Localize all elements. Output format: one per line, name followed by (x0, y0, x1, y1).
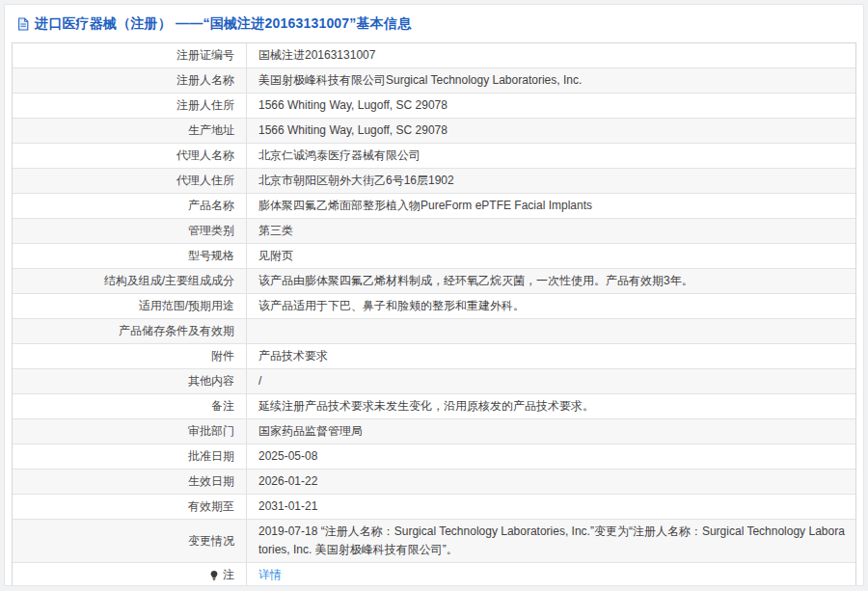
table-row: 注册人住所1566 Whiting Way, Lugoff, SC 29078 (13, 94, 855, 119)
row-label-text: 备注 (211, 398, 234, 415)
row-label: 代理人住所 (13, 169, 247, 193)
bulb-icon (208, 570, 220, 581)
info-table: 注册证编号国械注进20163131007注册人名称美国射极峰科技有限公司Surg… (12, 42, 856, 586)
row-label: 注册人住所 (13, 94, 247, 118)
table-row: 批准日期2025-05-08 (13, 444, 855, 470)
row-label-text: 产品储存条件及有效期 (119, 323, 234, 339)
row-label: 产品名称 (13, 194, 247, 218)
document-icon (16, 17, 30, 31)
row-label-text: 结构及组成/主要组成成分 (104, 273, 234, 289)
row-value: 1566 Whiting Way, Lugoff, SC 29078 (247, 94, 855, 118)
row-label-text: 注册人住所 (176, 97, 234, 114)
row-label: 适用范围/预期用途 (13, 294, 247, 318)
table-row: 注详情 (13, 563, 855, 586)
row-label: 代理人名称 (13, 144, 247, 168)
row-label-text: 批准日期 (188, 448, 234, 465)
table-row: 管理类别第三类 (13, 219, 855, 244)
row-label-text: 变更情况 (188, 533, 234, 550)
row-label-text: 生产地址 (188, 122, 234, 139)
row-value: 详情 (247, 563, 855, 586)
page-header: 进口医疗器械（注册） ——“国械注进20163131007”基本信息 (5, 5, 863, 42)
row-value (247, 319, 855, 343)
row-value: / (247, 369, 855, 393)
table-row: 有效期至2031-01-21 (13, 495, 855, 520)
table-row: 注册证编号国械注进20163131007 (13, 43, 855, 68)
table-row: 变更情况2019-07-18 “注册人名称：Surgical Technolog… (13, 520, 855, 563)
row-label-text: 适用范围/预期用途 (139, 298, 234, 314)
row-label-text: 型号规格 (188, 248, 234, 264)
row-label: 产品储存条件及有效期 (13, 319, 247, 343)
row-label-text: 注册人名称 (176, 72, 234, 89)
row-label-text: 注 (223, 567, 234, 583)
row-label: 结构及组成/主要组成成分 (13, 269, 247, 293)
row-label-text: 管理类别 (188, 223, 234, 239)
row-label: 变更情况 (13, 520, 247, 562)
row-label-text: 代理人名称 (176, 148, 234, 164)
row-label: 备注 (13, 394, 247, 418)
table-row: 附件产品技术要求 (13, 344, 855, 369)
page-title: 进口医疗器械（注册） ——“国械注进20163131007”基本信息 (35, 15, 411, 33)
row-value: 2031-01-21 (247, 495, 855, 519)
row-label: 有效期至 (13, 495, 247, 519)
table-row: 产品名称膨体聚四氟乙烯面部整形植入物PureForm ePTFE Facial … (13, 194, 855, 219)
row-label: 生效日期 (13, 470, 247, 494)
row-value: 2026-01-22 (247, 470, 855, 494)
table-row: 产品储存条件及有效期 (13, 319, 855, 344)
row-value: 该产品由膨体聚四氟乙烯材料制成，经环氧乙烷灭菌，一次性使用。产品有效期3年。 (247, 269, 855, 293)
row-label: 生产地址 (13, 119, 247, 143)
row-value: 第三类 (247, 219, 855, 243)
row-value: 北京仁诚鸿泰医疗器械有限公司 (247, 144, 855, 168)
row-value: 1566 Whiting Way, Lugoff, SC 29078 (247, 119, 855, 143)
row-label: 审批部门 (13, 419, 247, 443)
row-label-text: 有效期至 (188, 498, 234, 515)
row-label-text: 产品名称 (188, 198, 234, 214)
row-value: 国家药品监督管理局 (247, 419, 855, 443)
row-value: 北京市朝阳区朝外大街乙6号16层1902 (247, 169, 855, 193)
table-row: 代理人住所北京市朝阳区朝外大街乙6号16层1902 (13, 169, 855, 194)
table-row: 代理人名称北京仁诚鸿泰医疗器械有限公司 (13, 144, 855, 169)
table-row: 审批部门国家药品监督管理局 (13, 419, 855, 444)
table-row: 注册人名称美国射极峰科技有限公司Surgical Technology Labo… (13, 68, 855, 94)
table-row: 型号规格见附页 (13, 244, 855, 269)
row-value: 2019-07-18 “注册人名称：Surgical Technology La… (247, 520, 855, 562)
row-label-text: 注册证编号 (176, 47, 234, 64)
table-row: 适用范围/预期用途该产品适用于下巴、鼻子和脸颊的整形和重建外科。 (13, 294, 855, 319)
row-label: 其他内容 (13, 369, 247, 393)
row-label: 注册人名称 (13, 68, 247, 93)
registration-info-panel: 进口医疗器械（注册） ——“国械注进20163131007”基本信息 注册证编号… (4, 4, 864, 586)
row-label-text: 附件 (211, 348, 234, 364)
table-row: 备注延续注册产品技术要求未发生变化，沿用原核发的产品技术要求。 (13, 394, 855, 419)
row-value: 美国射极峰科技有限公司Surgical Technology Laborator… (247, 68, 855, 93)
row-label: 注 (13, 563, 247, 586)
details-link[interactable]: 详情 (258, 566, 282, 584)
table-row: 生效日期2026-01-22 (13, 470, 855, 495)
row-value: 产品技术要求 (247, 344, 855, 368)
row-value: 膨体聚四氟乙烯面部整形植入物PureForm ePTFE Facial Impl… (247, 194, 855, 218)
table-row: 其他内容/ (13, 369, 855, 394)
row-label-text: 代理人住所 (176, 173, 234, 189)
row-value: 该产品适用于下巴、鼻子和脸颊的整形和重建外科。 (247, 294, 855, 318)
row-label: 附件 (13, 344, 247, 368)
row-value: 见附页 (247, 244, 855, 268)
row-value: 延续注册产品技术要求未发生变化，沿用原核发的产品技术要求。 (247, 394, 855, 418)
table-row: 生产地址1566 Whiting Way, Lugoff, SC 29078 (13, 119, 855, 144)
row-label-text: 审批部门 (188, 423, 234, 440)
row-label: 管理类别 (13, 219, 247, 243)
row-label-text: 其他内容 (188, 373, 234, 390)
row-value: 2025-05-08 (247, 444, 855, 469)
row-label: 注册证编号 (13, 43, 247, 67)
row-label: 型号规格 (13, 244, 247, 268)
row-value: 国械注进20163131007 (247, 43, 855, 67)
row-label: 批准日期 (13, 444, 247, 469)
table-row: 结构及组成/主要组成成分该产品由膨体聚四氟乙烯材料制成，经环氧乙烷灭菌，一次性使… (13, 269, 855, 294)
row-label-text: 生效日期 (188, 473, 234, 490)
